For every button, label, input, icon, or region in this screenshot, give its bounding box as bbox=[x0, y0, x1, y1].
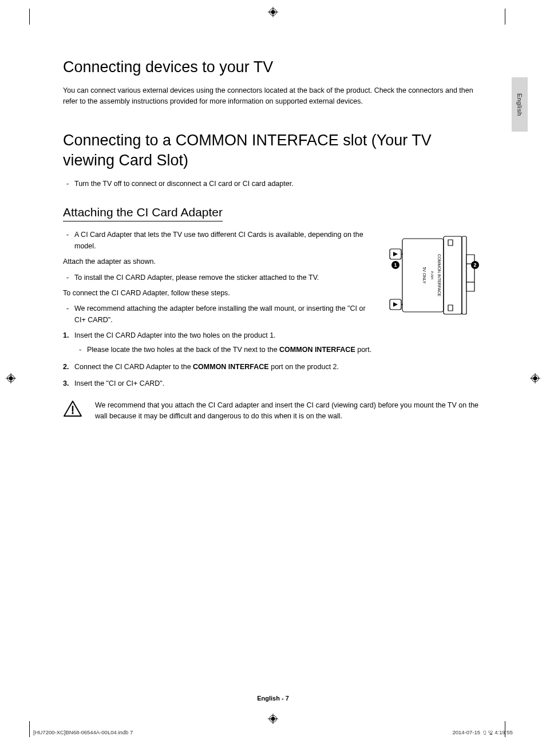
recommend-before-wallmount: We recommend attaching the adapter befor… bbox=[63, 303, 370, 326]
diagram-label-5v: 5V ONLY bbox=[422, 267, 426, 284]
language-tab: English bbox=[512, 77, 528, 132]
page-content: Connecting devices to your TV You can co… bbox=[63, 57, 481, 422]
heading-connecting-devices: Connecting devices to your TV bbox=[63, 57, 481, 77]
crop-mark bbox=[505, 9, 512, 25]
adapter-availability-note: A CI Card Adapter that lets the TV use t… bbox=[63, 229, 370, 252]
language-label: English bbox=[516, 93, 523, 116]
svg-rect-23 bbox=[448, 305, 453, 311]
registration-mark-icon bbox=[268, 714, 278, 724]
step-1-sub: Please locate the two holes at the back … bbox=[74, 345, 481, 355]
diagram-label-push: PUSH bbox=[430, 271, 434, 279]
step-1: Insert the CI CARD Adapter into the two … bbox=[63, 330, 481, 356]
instruction-text-column: A CI Card Adapter that lets the TV use t… bbox=[63, 229, 370, 330]
diagram-marker-1: 1 bbox=[394, 262, 397, 268]
crop-mark bbox=[23, 9, 30, 25]
warning-text: We recommend that you attach the CI Card… bbox=[95, 400, 481, 422]
remove-sticker-note: To install the CI CARD Adapter, please r… bbox=[63, 272, 370, 283]
svg-rect-18 bbox=[462, 236, 466, 314]
intro-paragraph: You can connect various external devices… bbox=[63, 85, 481, 108]
step-3: Insert the "CI or CI+ CARD". bbox=[63, 378, 481, 389]
turn-off-note: Turn the TV off to connect or disconnect… bbox=[63, 179, 481, 189]
diagram-label-common: COMMON INTERFACE bbox=[437, 254, 441, 296]
crop-mark bbox=[23, 721, 30, 737]
page-footer-timestamp: 2014-07-15 ᦋᦄ 4:19:55 bbox=[452, 729, 513, 735]
page-footer-filename: [HU7200-XC]BN68-06544A-00L04.indb 7 bbox=[33, 729, 133, 735]
connect-steps-intro: To connect the CI CARD Adapter, follow t… bbox=[63, 288, 370, 299]
attach-line: Attach the adapter as shown. bbox=[63, 256, 370, 267]
registration-mark-icon bbox=[6, 373, 16, 383]
adapter-diagram: 5V ONLY COMMON INTERFACE PUSH 1 2 bbox=[381, 229, 481, 330]
svg-rect-19 bbox=[466, 255, 474, 291]
subheading-attaching-adapter: Attaching the CI Card Adapter bbox=[63, 205, 223, 221]
step-2: Connect the CI CARD Adapter to the COMMO… bbox=[63, 362, 481, 373]
diagram-marker-2: 2 bbox=[473, 262, 476, 268]
svg-rect-22 bbox=[448, 240, 453, 246]
step-1-text: Insert the CI CARD Adapter into the two … bbox=[74, 331, 276, 339]
warning-callout: We recommend that you attach the CI Card… bbox=[63, 400, 481, 422]
numbered-steps: Insert the CI CARD Adapter into the two … bbox=[63, 330, 481, 390]
registration-mark-icon bbox=[268, 7, 278, 17]
heading-common-interface: Connecting to a COMMON INTERFACE slot (Y… bbox=[63, 130, 481, 171]
ci-adapter-diagram-icon: 5V ONLY COMMON INTERFACE PUSH 1 2 bbox=[381, 232, 481, 318]
page-footer-center: English - 7 bbox=[257, 695, 289, 702]
warning-triangle-icon bbox=[63, 400, 82, 417]
svg-rect-17 bbox=[444, 236, 462, 314]
registration-mark-icon bbox=[530, 373, 540, 383]
